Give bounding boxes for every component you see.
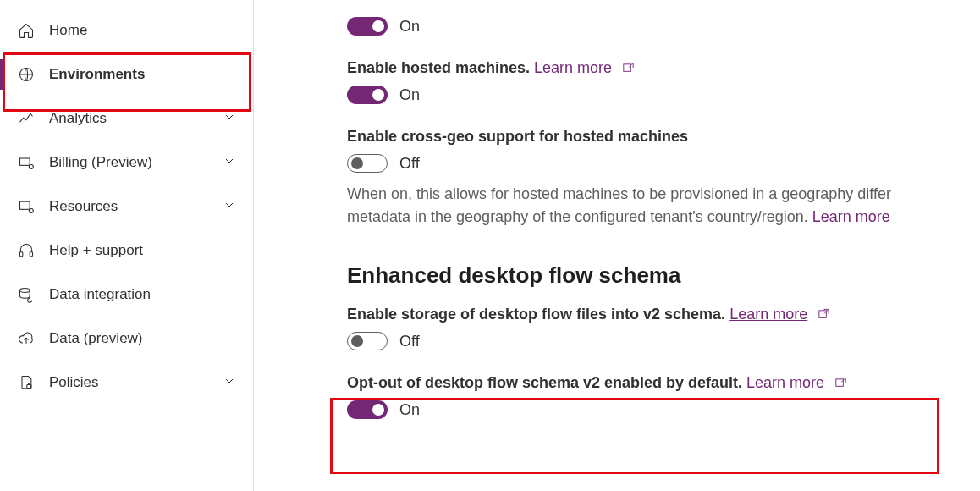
toggle-state-label: On <box>399 401 420 419</box>
setting-title-text: Opt-out of desktop flow schema v2 enable… <box>347 374 742 391</box>
sidebar-item-data-preview[interactable]: Data (preview) <box>0 317 253 361</box>
sidebar-item-environments[interactable]: Environments <box>0 52 253 97</box>
sidebar-item-label: Policies <box>49 374 223 391</box>
chevron-down-icon <box>223 154 236 172</box>
external-link-icon <box>621 62 636 76</box>
external-link-icon <box>834 377 848 391</box>
setting-enable-v2-storage: Enable storage of desktop flow files int… <box>347 306 980 350</box>
external-link-icon <box>817 308 831 323</box>
resources-icon <box>17 197 36 216</box>
home-icon <box>17 21 36 40</box>
setting-unknown-top: On <box>347 17 980 36</box>
sidebar-item-resources[interactable]: Resources <box>0 185 253 229</box>
setting-optout-v2-default: Opt-out of desktop flow schema v2 enable… <box>347 374 980 419</box>
toggle-state-label: Off <box>399 155 420 173</box>
svg-rect-1 <box>20 158 30 165</box>
sidebar-item-label: Help + support <box>49 242 236 259</box>
setting-title-text: Enable storage of desktop flow files int… <box>347 306 725 323</box>
learn-more-link[interactable]: Learn more <box>534 59 612 76</box>
chart-line-icon <box>17 109 36 128</box>
setting-title-text: Enable cross-geo support for hosted mach… <box>347 128 688 145</box>
cloud-upload-icon <box>17 329 36 348</box>
setting-enable-hosted-machines: Enable hosted machines. Learn more On <box>347 59 980 104</box>
sidebar-item-label: Data (preview) <box>49 330 236 347</box>
learn-more-link[interactable]: Learn more <box>746 374 824 391</box>
toggle-state-label: On <box>399 86 420 104</box>
sidebar-item-help[interactable]: Help + support <box>0 229 253 273</box>
toggle-state-label: Off <box>399 333 420 350</box>
svg-rect-8 <box>27 385 31 389</box>
setting-description: When on, this allows for hosted machines… <box>347 183 980 229</box>
svg-point-2 <box>29 165 33 169</box>
section-heading-enhanced-schema: Enhanced desktop flow schema <box>347 262 980 289</box>
learn-more-link[interactable]: Learn more <box>729 306 807 323</box>
toggle-optout-v2-default[interactable] <box>347 400 388 419</box>
desc-line: metadata in the geography of the configu… <box>347 208 808 225</box>
toggle-state-label: On <box>399 18 420 36</box>
billing-icon <box>17 153 36 172</box>
sidebar-item-home[interactable]: Home <box>0 8 253 52</box>
svg-rect-3 <box>20 201 30 209</box>
sidebar-item-label: Resources <box>49 198 223 215</box>
toggle-enable-hosted-machines[interactable] <box>347 86 388 104</box>
desc-line: When on, this allows for hosted machines… <box>347 185 891 202</box>
toggle-cross-geo[interactable] <box>347 154 388 173</box>
chevron-down-icon <box>223 198 236 216</box>
chevron-down-icon <box>223 110 236 128</box>
learn-more-link[interactable]: Learn more <box>812 208 890 225</box>
chevron-down-icon <box>223 374 236 392</box>
svg-point-7 <box>20 289 30 293</box>
svg-rect-6 <box>30 252 32 257</box>
svg-rect-5 <box>20 252 23 257</box>
svg-rect-10 <box>819 311 827 318</box>
document-lock-icon <box>17 373 36 392</box>
setting-cross-geo: Enable cross-geo support for hosted mach… <box>347 128 980 229</box>
sidebar-item-label: Data integration <box>49 286 236 303</box>
globe-icon <box>17 65 36 84</box>
svg-rect-9 <box>624 64 631 72</box>
main-content: On Enable hosted machines. Learn more On… <box>254 0 980 491</box>
svg-rect-11 <box>836 379 844 387</box>
setting-title-text: Enable hosted machines. <box>347 59 530 76</box>
toggle-unknown-top[interactable] <box>347 17 388 36</box>
sidebar-item-policies[interactable]: Policies <box>0 361 253 405</box>
sidebar-item-billing[interactable]: Billing (Preview) <box>0 141 253 185</box>
sidebar-item-analytics[interactable]: Analytics <box>0 97 253 141</box>
headset-icon <box>17 241 36 260</box>
sidebar-item-label: Analytics <box>49 110 223 127</box>
sidebar-item-label: Home <box>49 22 236 39</box>
toggle-enable-v2-storage[interactable] <box>347 332 388 350</box>
sidebar: Home Environments Analytics Billing (Pre… <box>0 0 254 491</box>
sidebar-item-label: Billing (Preview) <box>49 154 223 171</box>
sidebar-item-label: Environments <box>49 66 236 83</box>
sidebar-item-data-integration[interactable]: Data integration <box>0 273 253 317</box>
svg-point-4 <box>29 209 33 213</box>
database-sync-icon <box>17 285 36 304</box>
